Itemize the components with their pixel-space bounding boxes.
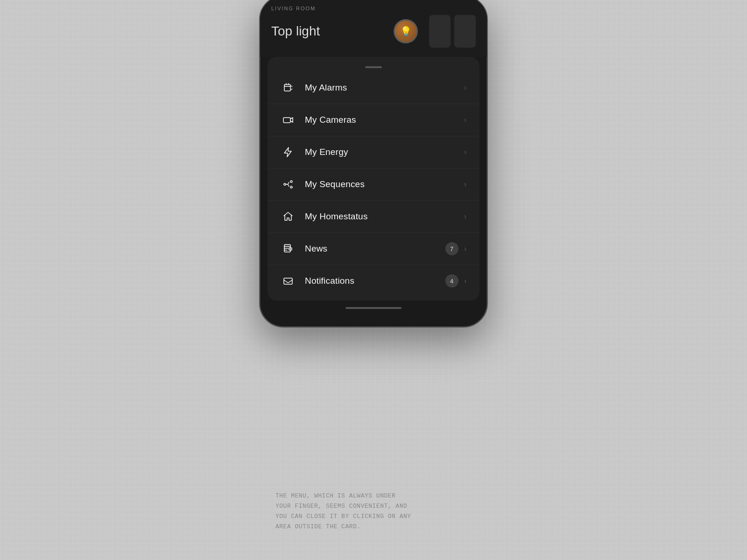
menu-item-alarms[interactable]: My Alarms › <box>268 72 479 104</box>
sequences-label: My Sequences <box>305 179 464 189</box>
homestatus-chevron: › <box>464 212 466 221</box>
alarm-icon <box>281 80 296 95</box>
panel-2[interactable] <box>454 15 476 48</box>
device-label: Top light <box>271 24 386 39</box>
home-icon <box>281 209 296 224</box>
caption-text: THE MENU, WHICH IS ALWAYS UNDER YOUR FIN… <box>275 491 472 532</box>
menu-item-energy[interactable]: My Energy › <box>268 136 479 168</box>
svg-point-4 <box>290 181 292 182</box>
phone-top-area: LIVING ROOM Top light 💡 <box>260 0 487 57</box>
news-badge: 7 <box>445 242 458 255</box>
notifications-icon <box>281 273 296 288</box>
notifications-badge: 4 <box>445 274 458 287</box>
small-panels <box>429 15 476 48</box>
home-bar <box>345 307 402 309</box>
room-label: LIVING ROOM <box>271 6 476 11</box>
news-label: News <box>305 244 445 254</box>
caption-area: THE MENU, WHICH IS ALWAYS UNDER YOUR FIN… <box>275 491 472 532</box>
home-indicator <box>260 301 487 313</box>
notifications-chevron: › <box>464 277 466 285</box>
sequences-icon <box>281 177 296 192</box>
cameras-label: My Cameras <box>305 115 464 125</box>
alarms-chevron: › <box>464 84 466 92</box>
homestatus-label: My Homestatus <box>305 211 464 222</box>
light-toggle-inner: 💡 <box>395 21 416 42</box>
menu-card: My Alarms › My Cameras › <box>268 57 479 301</box>
news-icon <box>281 241 296 256</box>
menu-item-notifications[interactable]: Notifications 4 › <box>268 265 479 297</box>
svg-rect-0 <box>284 84 290 91</box>
sequences-chevron: › <box>464 180 466 189</box>
svg-rect-2 <box>283 118 290 123</box>
alarms-label: My Alarms <box>305 83 464 93</box>
energy-icon <box>281 145 296 160</box>
drag-handle-bar <box>365 66 382 68</box>
phone-frame: LIVING ROOM Top light 💡 <box>259 0 488 328</box>
svg-point-5 <box>290 186 292 188</box>
bulb-icon: 💡 <box>400 26 412 37</box>
energy-chevron: › <box>464 148 466 156</box>
camera-icon <box>281 112 296 127</box>
page-container: LIVING ROOM Top light 💡 <box>0 0 747 560</box>
top-controls: Top light 💡 <box>271 15 476 48</box>
notifications-label: Notifications <box>305 276 445 286</box>
menu-item-news[interactable]: News 7 › <box>268 233 479 265</box>
menu-item-cameras[interactable]: My Cameras › <box>268 104 479 136</box>
menu-item-sequences[interactable]: My Sequences › <box>268 168 479 201</box>
energy-label: My Energy <box>305 147 464 157</box>
cameras-chevron: › <box>464 116 466 124</box>
phone-container: LIVING ROOM Top light 💡 <box>259 0 488 328</box>
menu-item-homestatus[interactable]: My Homestatus › <box>268 201 479 233</box>
news-chevron: › <box>464 245 466 253</box>
light-toggle-button[interactable]: 💡 <box>394 19 418 43</box>
drag-handle-area[interactable] <box>268 61 479 72</box>
panel-1[interactable] <box>429 15 451 48</box>
